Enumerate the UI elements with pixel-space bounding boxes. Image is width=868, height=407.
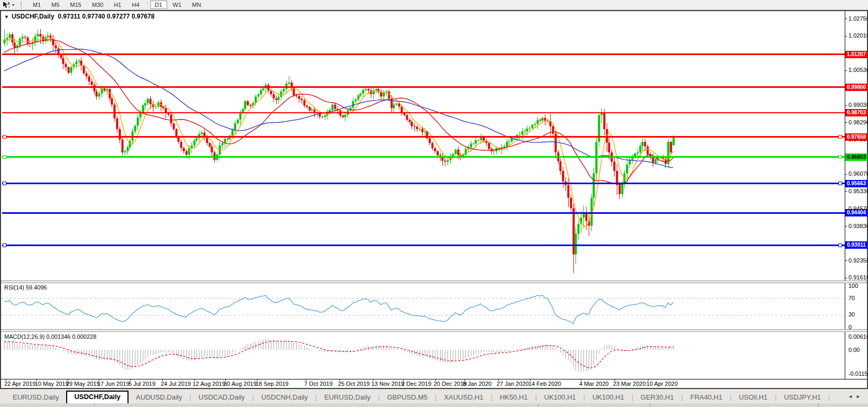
crosshair-tool-button[interactable]: ▾ [2,1,15,10]
chart-tab-usdjpy-h1[interactable]: USDJPY,H1 [776,392,828,403]
horizontal-line[interactable] [2,53,845,55]
price-axis-tick: 0.96070 [848,170,868,177]
rsi-axis-tick: 70 [848,295,855,301]
chart-tab-usoil-h1[interactable]: USOil,H1 [732,392,775,403]
tab-scroll-arrows[interactable]: ◄► [848,394,864,399]
line-anchor-marker[interactable] [3,135,6,139]
horizontal-line[interactable] [2,212,845,214]
macd-indicator-canvas[interactable] [1,332,844,379]
timeframe-button-w1[interactable]: W1 [168,1,187,9]
timeframe-button-h4[interactable]: H4 [127,1,144,9]
price-line-tag: 0.98703 [845,109,867,116]
timeframe-button-m15[interactable]: M15 [66,1,86,9]
chart-tab-gbpusd-m5[interactable]: GBPUSD,M5 [380,392,435,403]
price-line-tag: 0.96803 [845,153,867,161]
price-axis-tick: 0.91610 [848,274,868,281]
toolbar-grip [21,2,23,8]
date-axis-label: 10 Apr 2020 [646,381,678,387]
price-axis-line [845,11,845,379]
dropdown-caret-icon[interactable]: ▾ [12,3,14,7]
chart-tab-hk50-h1[interactable]: HK50,H1 [492,392,535,403]
date-axis-label: 10 May 2019 [35,381,69,387]
date-axis-label: 13 Nov 2019 [371,381,404,387]
chart-tab-ger30-h1[interactable]: GER30,H1 [633,392,681,403]
toolbar-group-separator [147,2,148,8]
chart-tab-audusd-daily[interactable]: AUDUSD,Daily [129,392,189,403]
line-anchor-marker[interactable] [838,135,842,139]
price-line-tag: 0.99800 [845,84,867,91]
chart-title: ▼USDCHF,Daily 0.97311 0.97740 0.97277 0.… [4,13,154,20]
chart-tab-eurusd-daily[interactable]: EURUSD,Daily [5,392,66,403]
line-anchor-marker[interactable] [838,243,842,247]
pane-splitter-rsi[interactable] [1,281,867,283]
price-axis-tick: 1.02010 [848,32,868,39]
price-axis-tick: 0.98290 [848,119,868,125]
horizontal-line[interactable] [2,183,845,184]
date-axis-label: 30 Aug 2019 [224,381,257,387]
chart-tab-bar: EURUSD,DailyUSDCHF,DailyAUDUSD,Daily|USD… [0,389,868,403]
date-axis-label: 20 Dec 2019 [434,381,467,387]
horizontal-line[interactable] [2,86,845,88]
horizontal-line[interactable] [2,156,845,158]
tab-scroll-right-icon[interactable]: ► [856,394,864,399]
status-bar [0,403,868,407]
status-bar-divider [818,403,819,407]
macd-indicator-label: MACD(12,26,9) 0.001346 0.000228 [4,333,96,340]
chart-tab-eurusd-daily[interactable]: EURUSD,Daily [317,392,378,403]
timeframe-toolbar: M1M5M15M30H1H4D1W1MN [28,1,206,9]
date-axis-label: 14 Feb 2020 [528,381,561,387]
price-axis-tick: 0.95330 [848,188,868,194]
date-axis-label: 25 Oct 2019 [338,381,370,387]
timeframe-button-m1[interactable]: M1 [28,1,45,9]
date-axis-label: 29 May 2019 [66,381,100,387]
timeframe-button-m30[interactable]: M30 [87,1,108,9]
chart-tab-fra40-h1[interactable]: FRA40,H1 [683,392,730,403]
rsi-axis-tick: 30 [848,311,855,318]
tab-scroll-left-icon[interactable]: ◄ [848,394,856,399]
status-bar-divider [538,403,538,407]
chart-symbol-label: USDCHF,Daily [12,13,54,20]
timeframe-button-mn[interactable]: MN [187,1,206,9]
timeframe-button-d1[interactable]: D1 [150,1,167,9]
chart-tab-uk100-h1[interactable]: UK100,H1 [585,392,632,403]
chart-tab-usdcad-daily[interactable]: USDCAD,Daily [191,392,252,403]
toolbar: ▾ M1M5M15M30H1H4D1W1MN [0,0,868,10]
chart-tab-xauusd-h1[interactable]: XAUUSD,H1 [436,392,490,403]
horizontal-line[interactable] [2,245,845,246]
price-line-tag: 0.93011 [845,241,867,249]
line-anchor-marker[interactable] [838,155,842,159]
rsi-indicator-canvas[interactable] [1,283,844,329]
price-axis-tick: 0.93830 [848,223,868,229]
chart-tab-usdchf-daily[interactable]: USDCHF,Daily [66,391,128,403]
rsi-indicator-label: RSI(14) 59.4096 [4,284,47,291]
date-axis-label: 23 Mar 2020 [613,381,646,387]
rsi-axis-tick: 100 [848,283,858,289]
chart-tab-uk100-h1[interactable]: UK100,H1 [537,392,583,403]
horizontal-line[interactable] [2,112,845,113]
timeframe-button-m5[interactable]: M5 [47,1,64,9]
line-anchor-marker[interactable] [838,182,842,185]
date-axis-label: 2 Dec 2019 [401,381,431,387]
collapse-arrow-icon[interactable]: ▼ [4,14,9,20]
main-chart-canvas[interactable] [1,11,844,280]
macd-axis-tick: -0.011531 [848,370,868,377]
line-anchor-marker[interactable] [3,155,6,159]
horizontal-line[interactable] [2,136,845,138]
line-anchor-marker[interactable] [3,182,6,185]
price-axis-tick: 1.02750 [848,15,868,22]
date-axis-label: 5 Jul 2019 [129,381,156,387]
tab-separator: | [828,392,830,403]
price-line-tag: 1.01207 [845,51,867,58]
date-axis-label: 22 Apr 2019 [4,381,35,387]
price-axis-tick: 0.99030 [848,102,868,108]
cursor-chart-icon [3,1,11,9]
price-line-tag: 0.94404 [845,209,867,216]
date-axis-line [1,379,867,379]
date-axis-label: 27 Jan 2020 [497,381,529,387]
chart-tab-usdcnh-daily[interactable]: USDCNH,Daily [254,392,315,403]
pane-splitter-macd[interactable] [1,329,867,332]
timeframe-button-h1[interactable]: H1 [109,1,126,9]
date-axis-label: 24 Jul 2019 [161,381,191,387]
price-axis-tick: 1.00530 [848,67,868,73]
line-anchor-marker[interactable] [3,243,6,247]
